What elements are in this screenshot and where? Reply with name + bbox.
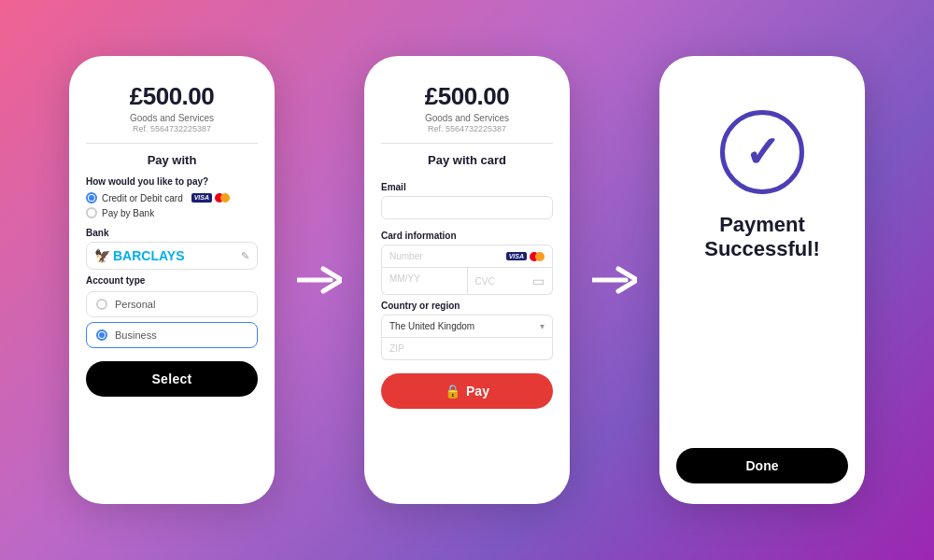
arrow-2 [592,263,637,297]
phone2-section-title: Pay with card [428,153,506,167]
visa-icon: VISA [191,193,212,203]
radio-business[interactable] [96,329,107,341]
radio-personal[interactable] [96,299,107,310]
done-button[interactable]: Done [676,448,848,483]
pay-button[interactable]: 🔒 Pay [381,373,553,409]
mc-right [220,193,230,203]
divider-2 [381,143,553,144]
phone-1: £500.00 Goods and Services Ref. 55647322… [69,56,275,504]
phone-2: £500.00 Goods and Services Ref. 55647322… [364,56,570,504]
radio-dot-business [99,332,105,338]
card-icons-right: VISA [506,252,545,261]
arrow-1 [297,263,342,297]
cvc-field[interactable]: CVC ▭ [467,268,554,295]
select-button[interactable]: Select [86,361,258,397]
expiry-field[interactable]: MM/YY [381,268,467,295]
checkmark-icon: ✓ [744,131,781,174]
cvc-card-icon: ▭ [532,273,545,288]
phone1-question: How would you like to pay? [86,176,208,187]
radio-row-card[interactable]: Credit or Debit card VISA [86,192,258,203]
radio-label-bank: Pay by Bank [102,208,154,218]
radio-bank[interactable] [86,207,97,218]
card-expiry-row: MM/YY CVC ▭ [381,268,553,295]
phone1-goods: Goods and Services [130,113,214,123]
phone2-goods: Goods and Services [425,113,509,123]
phone1-ref: Ref. 5564732225387 [133,124,211,133]
personal-label: Personal [115,299,155,310]
account-option-business[interactable]: Business [86,322,258,348]
account-options: Personal Business [86,291,258,348]
barclays-text: BARCLAYS [113,248,185,263]
country-label: Country or region [381,301,460,311]
phone1-amount: £500.00 [130,82,214,111]
success-text: PaymentSuccessful! [704,213,820,262]
mastercard-icon [215,193,230,203]
phone2-amount: £500.00 [425,82,509,111]
bank-field[interactable]: 🦅 BARCLAYS ✎ [86,242,258,270]
scene: £500.00 Goods and Services Ref. 55647322… [0,0,934,560]
barclays-eagle: 🦅 [94,248,110,263]
visa-icon-2: VISA [506,252,527,260]
pay-label: Pay [466,384,489,399]
zip-field[interactable]: ZIP [381,338,553,360]
number-placeholder: Number [389,251,423,261]
mastercard-icon-2 [530,252,545,261]
phone-3: ✓ PaymentSuccessful! Done [659,56,865,504]
business-label: Business [115,329,157,341]
lock-icon: 🔒 [445,384,460,399]
radio-card[interactable] [86,192,97,203]
edit-icon[interactable]: ✎ [241,250,249,262]
card-number-field[interactable]: Number VISA [381,245,553,268]
chevron-down-icon: ▾ [540,321,545,331]
phone1-section-title: Pay with [148,153,197,167]
radio-row-bank[interactable]: Pay by Bank [86,207,258,218]
account-option-personal[interactable]: Personal [86,291,258,317]
divider-1 [86,143,258,144]
phone2-ref: Ref. 5564732225387 [428,124,506,133]
barclays-logo: 🦅 BARCLAYS [94,248,185,263]
email-input[interactable] [381,196,553,219]
mmyy-label: MM/YY [389,273,420,284]
radio-dot-card [89,195,94,201]
country-value: The United Kingdom [389,321,474,331]
card-icons: VISA [191,193,230,203]
mc-right-2 [535,252,545,261]
country-select[interactable]: The United Kingdom ▾ [381,315,553,338]
success-circle: ✓ [720,110,804,194]
radio-label-card: Credit or Debit card [102,193,183,203]
bank-label: Bank [86,228,108,238]
card-info-label: Card information [381,231,457,241]
cvc-label: CVC [475,276,495,287]
email-label: Email [381,182,406,192]
zip-placeholder: ZIP [389,343,404,354]
account-type-label: Account type [86,275,145,286]
